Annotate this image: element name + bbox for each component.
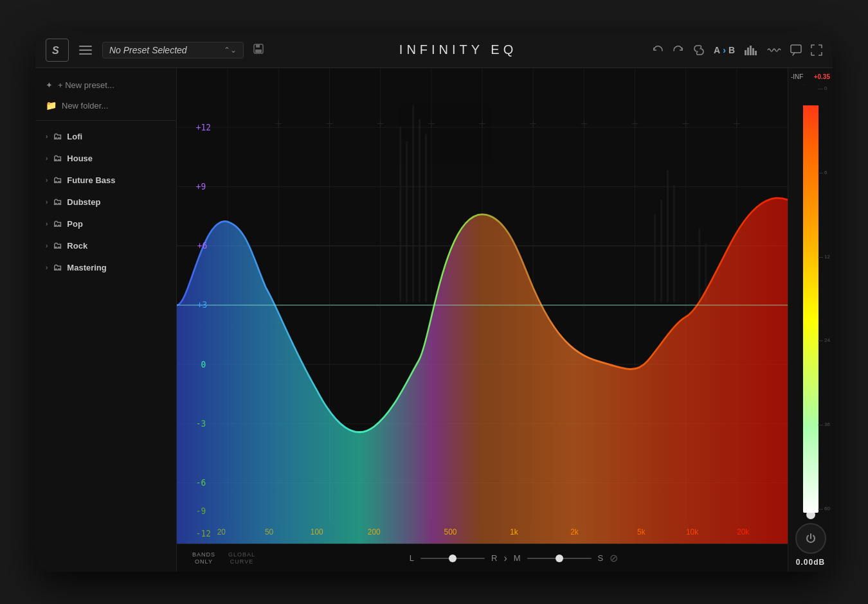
- svg-rect-1: [79, 46, 92, 47]
- chevron-right-icon: ›: [46, 155, 48, 162]
- meter-levels: -INF +0.35: [791, 73, 830, 80]
- r-label: R: [491, 553, 497, 563]
- svg-rect-55: [412, 105, 414, 302]
- svg-rect-7: [745, 50, 746, 55]
- bottom-left: BANDS ONLY GLOBAL CURVE: [192, 551, 255, 565]
- sidebar-item-house[interactable]: › 🗂 House: [35, 148, 176, 168]
- s-label: S: [598, 553, 604, 563]
- chevron-right-icon: ›: [46, 199, 48, 206]
- header: S No Preset Selected ⌃⌄ INFINITY EQ: [35, 32, 833, 68]
- svg-rect-12: [791, 45, 801, 53]
- m-label: M: [514, 553, 521, 563]
- meter-scale: — 0 — 6 — 12 — 24 — 36 — 60: [818, 84, 830, 513]
- svg-rect-53: [399, 127, 401, 302]
- svg-rect-57: [425, 134, 427, 302]
- expand-icon[interactable]: [811, 44, 822, 56]
- svg-text:5k: 5k: [637, 527, 646, 537]
- lr-slider-thumb[interactable]: [449, 555, 457, 562]
- svg-text:500: 500: [444, 527, 457, 537]
- meter-bar-area: — 0 — 6 — 12 — 24 — 36 — 60: [791, 84, 830, 513]
- svg-rect-60: [667, 170, 669, 302]
- bottom-controls: BANDS ONLY GLOBAL CURVE L R › M S ⊘: [177, 544, 788, 572]
- svg-text:+9: +9: [196, 181, 206, 191]
- svg-text:0: 0: [201, 359, 206, 369]
- chevron-right-icon: ›: [46, 242, 48, 249]
- preset-name: No Preset Selected: [109, 45, 219, 55]
- sidebar-item-lofi[interactable]: › 🗂 Lofi: [35, 126, 176, 147]
- menu-icon[interactable]: [75, 40, 96, 60]
- arrow-icon: ›: [503, 553, 507, 564]
- lr-ms-controls: L R › M S ⊘: [255, 552, 772, 564]
- b-label: B: [728, 45, 735, 55]
- svg-text:-9: -9: [196, 506, 206, 517]
- folder-rock-label: Rock: [67, 241, 87, 251]
- undo-button[interactable]: [652, 44, 664, 56]
- svg-rect-9: [750, 46, 752, 55]
- svg-text:50: 50: [265, 527, 273, 537]
- redo-button[interactable]: [673, 44, 684, 56]
- svg-text:1k: 1k: [510, 527, 518, 537]
- meter-bar: [803, 84, 818, 513]
- waveform-icon[interactable]: [767, 45, 781, 55]
- eq-display[interactable]: +12 +9 +6 +3 0 -3 -6 -9 -12 20 50 100 20…: [177, 68, 788, 544]
- main-content: ✦ + New preset... 📁 New folder... › 🗂 Lo…: [35, 68, 833, 572]
- sidebar-item-rock[interactable]: › 🗂 Rock: [35, 235, 176, 256]
- svg-rect-59: [660, 200, 662, 302]
- sidebar-item-mastering[interactable]: › 🗂 Mastering: [35, 257, 176, 278]
- svg-rect-8: [747, 48, 749, 55]
- link-button[interactable]: [693, 44, 705, 56]
- svg-text:S: S: [52, 45, 59, 56]
- chat-icon[interactable]: [790, 44, 802, 56]
- folder-lofi-label: Lofi: [67, 132, 82, 141]
- meter-inf-label: -INF: [791, 73, 803, 80]
- chevron-right-icon: ›: [46, 177, 48, 184]
- folder-icon: 🗂: [53, 197, 62, 207]
- eq-canvas[interactable]: +12 +9 +6 +3 0 -3 -6 -9 -12 20 50 100 20…: [177, 68, 788, 544]
- bands-only-button[interactable]: BANDS ONLY: [192, 551, 215, 565]
- new-preset-label: + New preset...: [58, 80, 114, 90]
- sidebar-item-pop[interactable]: › 🗂 Pop: [35, 213, 176, 234]
- folder-house-label: House: [67, 154, 93, 163]
- svg-text:200: 200: [368, 527, 381, 537]
- folder-pop-label: Pop: [67, 219, 83, 229]
- meter-mask: [803, 84, 818, 105]
- svg-rect-6: [255, 49, 262, 53]
- preset-selector[interactable]: No Preset Selected ⌃⌄: [102, 42, 244, 58]
- sidebar-item-future-bass[interactable]: › 🗂 Future Bass: [35, 170, 176, 190]
- sidebar: ✦ + New preset... 📁 New folder... › 🗂 Lo…: [35, 68, 177, 572]
- new-preset-button[interactable]: ✦ + New preset...: [35, 76, 176, 94]
- svg-text:-3: -3: [196, 418, 206, 429]
- svg-text:+12: +12: [196, 121, 211, 132]
- ab-compare[interactable]: A › B: [714, 45, 735, 55]
- global-curve-button[interactable]: GLOBAL CURVE: [228, 551, 255, 565]
- sidebar-item-dubstep[interactable]: › 🗂 Dubstep: [35, 191, 176, 212]
- ab-arrow-icon: ›: [723, 45, 726, 55]
- l-label: L: [410, 553, 414, 563]
- ms-slider-thumb[interactable]: [556, 555, 563, 562]
- meter-plus-label: +0.35: [814, 73, 830, 80]
- svg-text:2k: 2k: [570, 527, 579, 537]
- ms-slider[interactable]: [527, 558, 592, 559]
- phase-icon[interactable]: ⊘: [610, 552, 618, 564]
- folder-dubstep-label: Dubstep: [67, 197, 100, 207]
- header-controls: A › B: [652, 44, 822, 56]
- svg-text:+6: +6: [197, 240, 207, 251]
- meter-section: -INF +0.35 — 0 — 6 — 12 — 24 — 36 — 60: [788, 68, 833, 572]
- folder-icon: 🗂: [53, 218, 62, 229]
- save-icon[interactable]: [253, 43, 264, 57]
- spectrum-icon[interactable]: [744, 45, 758, 55]
- app-title: INFINITY EQ: [271, 42, 646, 57]
- new-folder-button[interactable]: 📁 New folder...: [35, 96, 176, 115]
- svg-rect-56: [419, 120, 420, 303]
- lr-slider[interactable]: [420, 558, 485, 559]
- chevron-right-icon: ›: [46, 220, 48, 227]
- svg-rect-58: [654, 215, 656, 303]
- eq-area[interactable]: +12 +9 +6 +3 0 -3 -6 -9 -12 20 50 100 20…: [177, 68, 788, 572]
- power-button[interactable]: [795, 523, 826, 554]
- folder-icon: 🗂: [53, 153, 62, 163]
- folder-icon: 🗂: [53, 131, 62, 141]
- sidebar-divider: [35, 120, 176, 121]
- folder-icon: 🗂: [53, 175, 62, 185]
- gain-value: 0.00dB: [796, 558, 825, 567]
- svg-rect-2: [79, 49, 92, 51]
